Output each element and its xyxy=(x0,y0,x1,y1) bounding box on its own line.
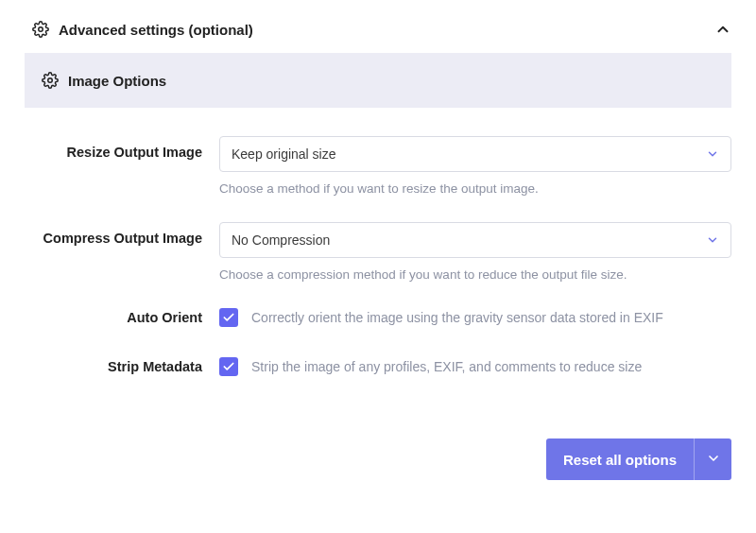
auto-orient-checkbox[interactable] xyxy=(219,308,238,327)
auto-orient-desc: Correctly orient the image using the gra… xyxy=(251,310,663,325)
compress-select[interactable]: No Compression xyxy=(219,222,731,258)
reset-button-group: Reset all options xyxy=(546,438,731,480)
strip-metadata-control: Strip the image of any profiles, EXIF, a… xyxy=(219,357,731,376)
compress-select-value: No Compression xyxy=(232,232,706,248)
section-image-options: Image Options xyxy=(25,53,731,108)
field-compress: Compress Output Image No Compression Cho… xyxy=(25,222,731,282)
footer: Reset all options xyxy=(25,406,731,480)
panel-title: Advanced settings (optional) xyxy=(59,22,253,38)
chevron-down-icon xyxy=(706,233,719,247)
compress-control: No Compression Choose a compression meth… xyxy=(219,222,731,282)
reset-button-caret[interactable] xyxy=(694,438,731,480)
resize-label: Resize Output Image xyxy=(25,136,219,163)
auto-orient-label: Auto Orient xyxy=(25,310,219,325)
field-strip-metadata: Strip Metadata Strip the image of any pr… xyxy=(25,357,731,376)
resize-select-value: Keep original size xyxy=(232,146,706,162)
chevron-down-icon xyxy=(706,147,719,161)
advanced-settings-panel: Advanced settings (optional) Image Optio… xyxy=(0,0,756,533)
compress-label: Compress Output Image xyxy=(25,222,219,249)
svg-point-0 xyxy=(39,27,43,32)
svg-point-1 xyxy=(48,78,53,83)
field-auto-orient: Auto Orient Correctly orient the image u… xyxy=(25,308,731,327)
gear-icon xyxy=(42,72,59,89)
resize-hint: Choose a method if you want to resize th… xyxy=(219,181,731,196)
field-resize: Resize Output Image Keep original size C… xyxy=(25,136,731,196)
collapse-icon[interactable] xyxy=(714,21,731,38)
strip-metadata-desc: Strip the image of any profiles, EXIF, a… xyxy=(251,359,642,374)
form: Resize Output Image Keep original size C… xyxy=(25,108,731,376)
auto-orient-control: Correctly orient the image using the gra… xyxy=(219,308,731,327)
reset-button-label: Reset all options xyxy=(563,452,677,468)
resize-select[interactable]: Keep original size xyxy=(219,136,731,172)
compress-hint: Choose a compression method if you want … xyxy=(219,267,731,282)
panel-header[interactable]: Advanced settings (optional) xyxy=(25,19,731,51)
strip-metadata-label: Strip Metadata xyxy=(25,359,219,374)
strip-metadata-checkbox[interactable] xyxy=(219,357,238,376)
panel-header-left: Advanced settings (optional) xyxy=(32,21,253,38)
chevron-down-icon xyxy=(706,451,721,469)
gear-icon xyxy=(32,21,49,38)
section-title: Image Options xyxy=(68,73,166,89)
resize-control: Keep original size Choose a method if yo… xyxy=(219,136,731,196)
reset-button[interactable]: Reset all options xyxy=(546,438,694,480)
